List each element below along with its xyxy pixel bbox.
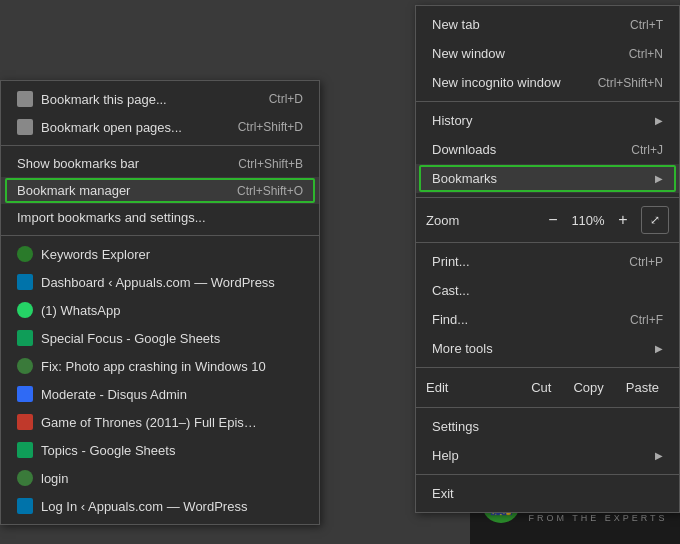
downloads-item[interactable]: Downloads Ctrl+J (416, 135, 679, 164)
bookmarks-item[interactable]: Bookmarks ▶ (416, 164, 679, 193)
right-menu-divider-1 (416, 101, 679, 102)
right-menu-divider-3 (416, 242, 679, 243)
cut-button[interactable]: Cut (521, 376, 561, 399)
import-bookmarks-item[interactable]: Import bookmarks and settings... (1, 204, 319, 231)
keywords-explorer-icon (17, 246, 33, 262)
cast-item[interactable]: Cast... (416, 276, 679, 305)
new-incognito-item[interactable]: New incognito window Ctrl+Shift+N (416, 68, 679, 97)
zoom-out-button[interactable]: − (539, 206, 567, 234)
copy-button[interactable]: Copy (563, 376, 613, 399)
zoom-row: Zoom − 110% + ⤢ (416, 202, 679, 238)
bookmark-open-pages-item[interactable]: Bookmark open pages... Ctrl+Shift+D (1, 113, 319, 141)
new-window-item[interactable]: New window Ctrl+N (416, 39, 679, 68)
got-icon (17, 414, 33, 430)
list-item[interactable]: Fix: Photo app crashing in Windows 10 (1, 352, 319, 380)
watermark-sub: FROM THE EXPERTS (528, 513, 667, 523)
zoom-value: 110% (567, 213, 609, 228)
submenu-divider-1 (1, 145, 319, 146)
special-focus-icon (17, 330, 33, 346)
list-item[interactable]: Dashboard ‹ Appuals.com — WordPress (1, 268, 319, 296)
disqus-icon (17, 386, 33, 402)
bookmark-open-icon (17, 119, 33, 135)
dashboard-icon (17, 274, 33, 290)
list-item[interactable]: Keywords Explorer (1, 240, 319, 268)
print-item[interactable]: Print... Ctrl+P (416, 247, 679, 276)
bookmark-manager-item[interactable]: Bookmark manager Ctrl+Shift+O (1, 177, 319, 204)
list-item[interactable]: Moderate - Disqus Admin (1, 380, 319, 408)
list-item[interactable]: Game of Thrones (2011–) Full Episode Ser… (1, 408, 319, 436)
more-tools-item[interactable]: More tools ▶ (416, 334, 679, 363)
list-item[interactable]: (1) WhatsApp (1, 296, 319, 324)
paste-button[interactable]: Paste (616, 376, 669, 399)
right-menu-divider-6 (416, 474, 679, 475)
settings-item[interactable]: Settings (416, 412, 679, 441)
zoom-in-button[interactable]: + (609, 206, 637, 234)
exit-item[interactable]: Exit (416, 479, 679, 508)
main-context-menu: New tab Ctrl+T New window Ctrl+N New inc… (415, 5, 680, 513)
list-item[interactable]: Special Focus - Google Sheets (1, 324, 319, 352)
bookmark-page-icon (17, 91, 33, 107)
bookmark-page-item[interactable]: Bookmark this page... Ctrl+D (1, 85, 319, 113)
whatsapp-icon (17, 302, 33, 318)
submenu-divider-2 (1, 235, 319, 236)
topics-icon (17, 442, 33, 458)
right-menu-divider-2 (416, 197, 679, 198)
fix-photo-icon (17, 358, 33, 374)
right-menu-divider-5 (416, 407, 679, 408)
help-item[interactable]: Help ▶ (416, 441, 679, 470)
list-item[interactable]: Topics - Google Sheets (1, 436, 319, 464)
right-menu-divider-4 (416, 367, 679, 368)
find-item[interactable]: Find... Ctrl+F (416, 305, 679, 334)
log-in-appuals-icon (17, 498, 33, 514)
fullscreen-button[interactable]: ⤢ (641, 206, 669, 234)
show-bookmarks-bar-item[interactable]: Show bookmarks bar Ctrl+Shift+B (1, 150, 319, 177)
list-item[interactable]: Log In ‹ Appuals.com — WordPress (1, 492, 319, 520)
history-item[interactable]: History ▶ (416, 106, 679, 135)
new-tab-item[interactable]: New tab Ctrl+T (416, 10, 679, 39)
list-item[interactable]: login (1, 464, 319, 492)
edit-row: Edit Cut Copy Paste (416, 372, 679, 403)
bookmarks-submenu: Bookmark this page... Ctrl+D Bookmark op… (0, 80, 320, 525)
login-icon (17, 470, 33, 486)
